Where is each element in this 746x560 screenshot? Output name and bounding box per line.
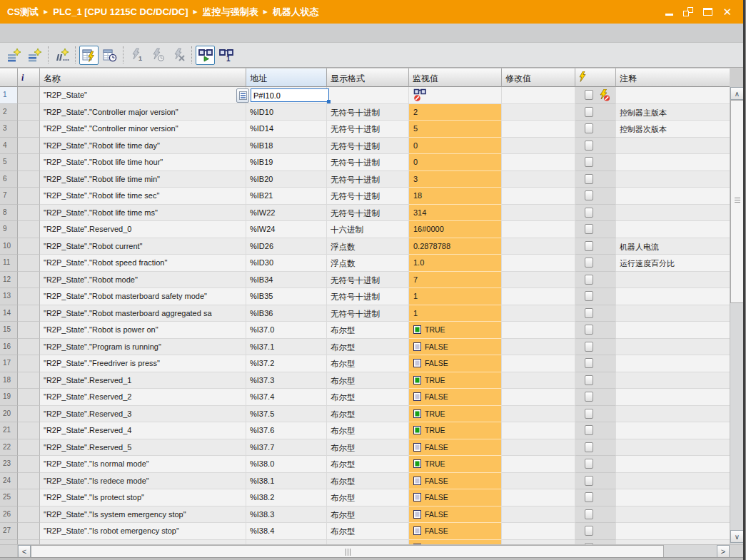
monitor-now-table-icon[interactable] — [100, 46, 119, 65]
modify-value-cell[interactable] — [502, 355, 575, 372]
address-cell[interactable]: %IB34 — [246, 272, 327, 289]
address-cell[interactable]: %I37.4 — [246, 389, 327, 406]
modify-value-cell[interactable] — [502, 473, 575, 490]
address-cell[interactable]: %ID14 — [246, 121, 327, 138]
force-checkbox[interactable] — [585, 190, 593, 200]
header-display-format[interactable]: 显示格式 — [327, 68, 409, 87]
modify-value-cell[interactable] — [502, 87, 575, 104]
force-cell[interactable] — [575, 489, 616, 506]
force-checkbox[interactable] — [585, 107, 593, 117]
comment-cell[interactable] — [616, 355, 730, 372]
row-number[interactable]: 27 — [0, 523, 18, 540]
row-info-cell[interactable] — [18, 171, 40, 188]
modify-value-cell[interactable] — [502, 422, 575, 439]
row-info-cell[interactable] — [18, 87, 40, 104]
modify-value-cell[interactable] — [502, 339, 575, 356]
modify-value-cell[interactable] — [502, 288, 575, 305]
scroll-left-icon[interactable]: < — [18, 545, 31, 558]
row-info-cell[interactable] — [18, 439, 40, 457]
address-cell[interactable]: %I37.1 — [246, 339, 327, 356]
row-info-cell[interactable] — [18, 188, 40, 205]
comment-cell[interactable] — [616, 456, 730, 473]
breadcrumb-item-plc[interactable]: PLC_1 [CPU 1215C DC/DC/DC] — [53, 6, 188, 17]
row-info-cell[interactable] — [18, 121, 40, 138]
comment-cell[interactable]: 机器人电流 — [616, 238, 730, 255]
force-checkbox[interactable] — [585, 425, 593, 435]
force-cell[interactable] — [575, 238, 616, 255]
force-cell[interactable] — [575, 372, 616, 390]
monitor-value-cell[interactable]: FALSE FALSE — [409, 489, 502, 506]
stop-modify-icon[interactable] — [168, 46, 188, 65]
row-number[interactable]: 7 — [0, 188, 18, 205]
address-cell[interactable]: %I37.3 — [246, 372, 327, 390]
comment-cell[interactable] — [616, 422, 730, 439]
row-number[interactable]: 16 — [0, 339, 18, 356]
row-info-cell[interactable] — [18, 154, 40, 171]
address-cell[interactable]: %ID10 — [246, 104, 327, 121]
address-cell[interactable]: P#I10.0 — [246, 87, 327, 104]
monitor-value-cell[interactable]: 1.0 1.0 — [409, 255, 502, 272]
address-cell[interactable]: %I38.0 — [246, 456, 327, 473]
variable-name-cell[interactable]: "R2P_State"."Program is running" — [40, 339, 246, 356]
maximize-icon[interactable] — [703, 8, 712, 16]
row-info-cell[interactable] — [18, 238, 40, 255]
display-format-cell[interactable]: 浮点数 — [327, 238, 409, 255]
row-info-cell[interactable] — [18, 255, 40, 272]
row-number[interactable]: 2 — [0, 104, 18, 121]
variable-name-cell[interactable]: "R2P_State"."Robot life time hour" — [40, 154, 246, 171]
force-checkbox[interactable] — [585, 141, 593, 151]
force-checkbox[interactable] — [585, 459, 593, 469]
modify-value-cell[interactable] — [502, 221, 575, 238]
modify-value-cell[interactable] — [502, 456, 575, 473]
display-format-cell[interactable]: 布尔型 — [327, 473, 409, 490]
force-checkbox[interactable] — [585, 291, 593, 301]
address-cell[interactable]: %ID26 — [246, 238, 327, 255]
modify-value-cell[interactable] — [502, 205, 575, 222]
scroll-up-icon[interactable]: ∧ — [730, 87, 744, 100]
row-number[interactable]: 21 — [0, 422, 18, 439]
display-format-cell[interactable]: 无符号十进制 — [327, 205, 409, 222]
modify-value-cell[interactable] — [502, 322, 575, 339]
force-checkbox[interactable] — [585, 275, 593, 285]
variable-name-cell[interactable]: "R2P_State"."Robot mode" — [40, 272, 246, 289]
variable-name-cell[interactable]: "R2P_State"."Robot is power on" — [40, 322, 246, 339]
force-checkbox[interactable] — [585, 358, 593, 368]
comment-cell[interactable] — [616, 523, 730, 540]
row-info-cell[interactable] — [18, 205, 40, 222]
monitor-value-cell[interactable]: 3 3 — [409, 171, 502, 188]
row-info-cell[interactable] — [18, 104, 40, 121]
variable-name-cell[interactable]: "R2P_State" — [40, 87, 246, 104]
monitor-once-glasses-icon[interactable]: 1 — [216, 46, 236, 65]
force-checkbox[interactable] — [585, 392, 593, 402]
comment-cell[interactable] — [616, 171, 730, 188]
force-cell[interactable] — [575, 456, 616, 473]
row-info-cell[interactable] — [18, 389, 40, 406]
force-checkbox[interactable] — [585, 308, 593, 318]
display-format-cell[interactable]: 十六进制 — [327, 221, 409, 238]
display-format-cell[interactable]: 布尔型 — [327, 389, 409, 406]
force-cell[interactable] — [575, 322, 616, 339]
header-monitor-value[interactable]: 监视值 — [409, 68, 502, 87]
force-cell[interactable] — [575, 255, 616, 272]
display-format-cell[interactable]: 布尔型 — [327, 456, 409, 473]
variable-name-cell[interactable]: "R2P_State"."Controller major version" — [40, 104, 246, 121]
row-number[interactable]: 4 — [0, 138, 18, 155]
monitor-value-cell[interactable]: 0.2878788 0.2878788 — [409, 238, 502, 255]
monitor-value-cell[interactable]: FALSE FALSE — [409, 473, 502, 490]
display-format-cell[interactable]: 无符号十进制 — [327, 154, 409, 171]
monitor-value-cell[interactable]: 16#0000 16#0000 — [409, 221, 502, 238]
header-modify-value[interactable]: 修改值 — [502, 68, 575, 87]
variable-name-cell[interactable]: "R2P_State"."Controller minor version" — [40, 121, 246, 138]
comment-cell[interactable] — [616, 372, 730, 390]
force-checkbox[interactable] — [585, 342, 593, 352]
comment-cell[interactable] — [616, 339, 730, 356]
force-cell[interactable] — [575, 473, 616, 490]
row-number[interactable]: 11 — [0, 255, 18, 272]
force-checkbox[interactable] — [585, 526, 593, 536]
modify-value-cell[interactable] — [502, 171, 575, 188]
force-cell[interactable] — [575, 138, 616, 155]
horizontal-scrollbar-thumb[interactable] — [31, 545, 664, 558]
comment-cell[interactable] — [616, 406, 730, 423]
comment-cell[interactable] — [616, 288, 730, 305]
row-number[interactable]: 18 — [0, 372, 18, 390]
